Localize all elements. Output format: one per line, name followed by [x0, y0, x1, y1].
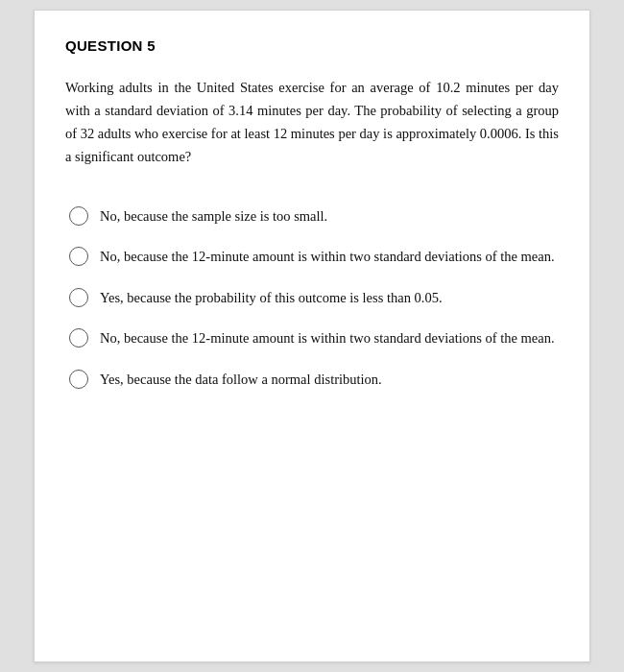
question-card: QUESTION 5 Working adults in the United …	[34, 10, 590, 662]
option-item-4[interactable]: No, because the 12-minute amount is with…	[65, 318, 559, 358]
option-item-5[interactable]: Yes, because the data follow a normal di…	[65, 359, 559, 399]
option-text-1: No, because the sample size is too small…	[100, 205, 327, 227]
option-text-5: Yes, because the data follow a normal di…	[100, 369, 382, 390]
options-list: No, because the sample size is too small…	[65, 196, 559, 399]
radio-circle-4	[69, 328, 88, 348]
option-item-2[interactable]: No, because the 12-minute amount is with…	[65, 236, 559, 276]
option-text-3: Yes, because the probability of this out…	[100, 287, 443, 308]
option-item-3[interactable]: Yes, because the probability of this out…	[65, 277, 559, 318]
option-item-1[interactable]: No, because the sample size is too small…	[65, 196, 559, 236]
option-text-4: No, because the 12-minute amount is with…	[100, 327, 555, 348]
radio-circle-3	[69, 288, 88, 307]
radio-circle-1	[69, 206, 88, 226]
option-text-2: No, because the 12-minute amount is with…	[100, 246, 555, 267]
question-title: QUESTION 5	[65, 37, 559, 54]
radio-circle-2	[69, 247, 88, 266]
radio-circle-5	[69, 370, 88, 389]
question-body: Working adults in the United States exer…	[65, 77, 559, 169]
